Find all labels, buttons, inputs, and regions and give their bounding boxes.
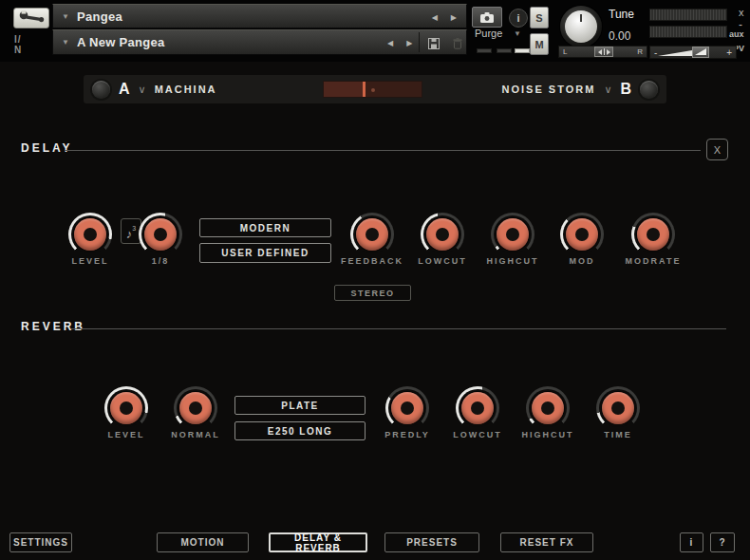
preset-a-group: A ∨ MACHINA [84, 81, 217, 99]
level-meter-right [649, 26, 727, 38]
delay-feedback-knob[interactable] [350, 213, 394, 256]
reverb-time-knob[interactable] [596, 386, 640, 430]
aux-button[interactable]: aux [729, 29, 744, 39]
ab-crossfade-slider[interactable] [323, 81, 422, 98]
delay-lowcut-knob[interactable] [421, 213, 464, 256]
reverb-highcut-knob[interactable] [526, 386, 570, 430]
preset-b-caret-icon[interactable]: ∨ [604, 84, 611, 96]
memory-bar-3 [515, 48, 530, 53]
panel-close-button[interactable]: X [706, 139, 728, 160]
preset-b-letter: B [620, 81, 631, 98]
instrument-next-icon[interactable]: ▶ [406, 39, 412, 47]
bank-prev-icon[interactable]: ◀ [432, 13, 438, 22]
reverb-level-knob[interactable] [104, 386, 148, 430]
instrument-rack-logo: I/ N [14, 34, 22, 55]
delay-mod-knob[interactable] [560, 213, 604, 256]
camera-icon [479, 11, 495, 24]
info-icon: i [516, 12, 519, 24]
preset-a-name[interactable]: MACHINA [155, 84, 217, 95]
instrument-nav: ◀ ▶ [387, 39, 412, 47]
preset-b-group: NOISE STORM ∨ B [502, 81, 666, 99]
floppy-icon [428, 38, 440, 49]
preset-a-letter: A [119, 81, 130, 98]
tune-label: Tune [609, 8, 634, 21]
volume-slider[interactable]: - + [649, 46, 737, 59]
divider [419, 32, 420, 52]
reverb-normal-knob[interactable] [174, 386, 217, 430]
footer-info-button[interactable]: i [680, 532, 703, 552]
triplet-3: 3 [132, 225, 136, 232]
preset-a-caret-icon[interactable]: ∨ [139, 84, 146, 96]
preset-b-led-button[interactable] [640, 81, 658, 99]
bank-next-icon[interactable]: ▶ [451, 13, 457, 22]
mute-button[interactable]: M [530, 33, 549, 55]
reverb-section-title: REVERB [21, 320, 85, 333]
save-button[interactable] [425, 35, 442, 51]
crossfade-dot [371, 88, 375, 92]
bank-dropdown-icon[interactable]: ▼ [62, 12, 69, 21]
bank-header-row[interactable]: ▼ Pangea ◀ ▶ [52, 4, 467, 28]
reverb-type-button[interactable]: E250 LONG [234, 421, 366, 440]
delay-reverb-tab-button[interactable]: DELAY & REVERB [269, 532, 367, 552]
level-meter-left [649, 9, 727, 21]
reset-fx-button[interactable]: RESET FX [500, 532, 593, 552]
pan-handle[interactable] [594, 47, 613, 57]
reverb-mode-button[interactable]: PLATE [234, 396, 366, 415]
snapshot-button[interactable] [472, 7, 502, 28]
crossfade-right-segment [366, 82, 422, 97]
motion-tab-button[interactable]: MOTION [157, 532, 249, 552]
delay-level-knob[interactable] [68, 213, 112, 256]
trash-icon [453, 38, 462, 49]
delete-button[interactable] [449, 35, 466, 51]
wrench-icon [18, 9, 45, 27]
delay-time-label: 1/8 [118, 256, 203, 266]
delay-section-title: DELAY [21, 141, 73, 155]
pan-right-label: R [637, 47, 643, 56]
reverb-lowcut-knob[interactable] [456, 386, 499, 430]
tune-knob-pointer [580, 14, 582, 22]
close-instrument-button[interactable]: x [739, 7, 744, 18]
solo-button[interactable]: S [530, 7, 549, 28]
presets-tab-button[interactable]: PRESETS [384, 532, 479, 552]
tune-value[interactable]: 0.00 [609, 29, 630, 43]
bank-name: Pangea [77, 9, 122, 24]
pan-left-arrow-icon [598, 49, 602, 55]
preset-a-led-button[interactable] [92, 81, 110, 99]
edit-wrench-button[interactable] [13, 8, 49, 28]
reverb-section-line [71, 328, 726, 329]
footer-help-button[interactable]: ? [710, 532, 735, 552]
memory-bar-2 [497, 48, 512, 53]
volume-minus-label: - [654, 47, 657, 58]
crossfade-left-segment [324, 82, 363, 97]
kontakt-instrument-window: I/ N ▼ Pangea ◀ ▶ ▼ A New Pangea ◀ ▶ [0, 0, 750, 560]
memory-bar-1 [477, 48, 492, 53]
reverb-normal-label: NORMAL [153, 430, 238, 439]
reverb-predelay-knob[interactable] [385, 386, 429, 430]
preset-b-name[interactable]: NOISE STORM [502, 84, 596, 95]
delay-section-line [65, 150, 701, 151]
purge-caret-icon[interactable]: ▼ [514, 29, 521, 38]
kontakt-header: I/ N ▼ Pangea ◀ ▶ ▼ A New Pangea ◀ ▶ [0, 0, 750, 62]
delay-time-knob[interactable] [139, 213, 182, 256]
delay-stereo-button[interactable]: STEREO [334, 285, 411, 301]
reverb-time-label: TIME [575, 430, 661, 439]
delay-modrate-label: MODRATE [610, 256, 696, 266]
instrument-header-row[interactable]: ▼ A New Pangea ◀ ▶ [52, 29, 467, 55]
bank-nav: ◀ ▶ [432, 13, 457, 22]
ab-preset-bar: A ∨ MACHINA NOISE STORM ∨ B [84, 75, 666, 103]
volume-handle[interactable] [692, 47, 709, 58]
instrument-dropdown-icon[interactable]: ▼ [62, 38, 69, 47]
info-button[interactable]: i [509, 9, 528, 28]
tune-knob[interactable] [560, 6, 602, 47]
purge-dropdown[interactable]: Purge [475, 28, 502, 39]
delay-highcut-knob[interactable] [491, 213, 534, 256]
instrument-prev-icon[interactable]: ◀ [387, 39, 393, 47]
delay-mode-button[interactable]: MODERN [199, 218, 331, 237]
delay-modrate-knob[interactable] [631, 213, 675, 256]
pan-left-label: L [563, 47, 567, 56]
settings-tab-button[interactable]: SETTINGS [9, 532, 72, 552]
pan-right-arrow-icon [607, 49, 610, 55]
delay-type-button[interactable]: USER DEFINED [199, 243, 331, 263]
instrument-name: A New Pangea [77, 35, 165, 49]
pan-slider[interactable]: L R [558, 46, 647, 58]
